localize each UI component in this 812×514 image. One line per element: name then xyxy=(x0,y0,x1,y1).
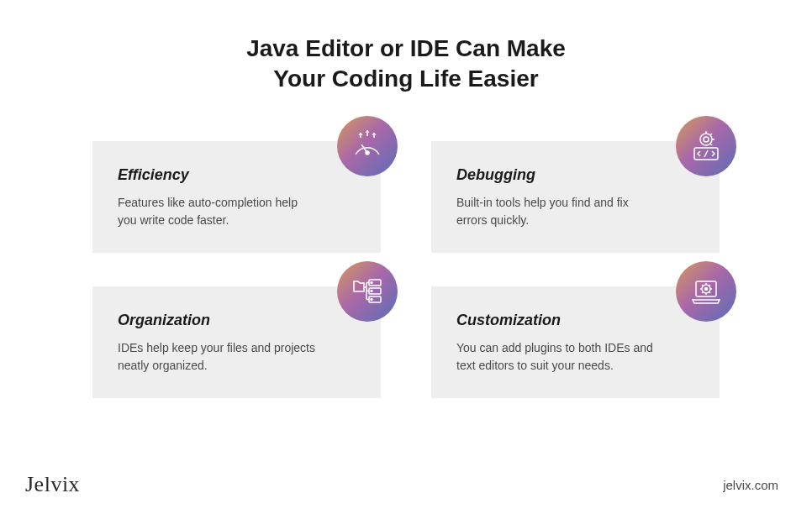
card-title: Customization xyxy=(456,312,694,329)
website-link: jelvix.com xyxy=(723,478,778,492)
card-description: Features like auto-completion help you w… xyxy=(118,194,319,229)
card-title: Organization xyxy=(118,312,356,329)
card-title: Efficiency xyxy=(118,166,356,184)
svg-line-34 xyxy=(702,291,704,293)
svg-point-6 xyxy=(704,137,709,142)
svg-point-1 xyxy=(366,151,369,155)
card-efficiency: Efficiency Features like auto-completion… xyxy=(92,141,381,253)
brand-logo: Jelvix xyxy=(25,472,80,497)
svg-point-16 xyxy=(371,281,372,283)
card-title: Debugging xyxy=(456,166,694,184)
gauge-icon xyxy=(337,116,398,176)
card-description: Built-in tools help you find and fix err… xyxy=(456,194,658,229)
svg-line-10 xyxy=(710,144,712,145)
svg-point-5 xyxy=(700,134,712,145)
card-description: IDEs help keep your files and projects n… xyxy=(118,339,319,375)
page-title: Java Editor or IDE Can Make Your Coding … xyxy=(42,34,770,95)
title-line-1: Java Editor or IDE Can Make xyxy=(246,35,566,61)
svg-line-33 xyxy=(709,285,711,286)
svg-point-26 xyxy=(705,287,708,290)
cards-grid: Efficiency Features like auto-completion… xyxy=(42,141,770,398)
svg-line-32 xyxy=(709,291,711,293)
laptop-gear-icon xyxy=(676,261,736,322)
card-customization: Customization You can add plugins to bot… xyxy=(431,286,720,398)
card-organization: Organization IDEs help keep your files a… xyxy=(92,286,381,398)
svg-line-31 xyxy=(702,285,704,286)
svg-point-17 xyxy=(371,290,372,291)
footer: Jelvix jelvix.com xyxy=(25,472,778,497)
svg-line-9 xyxy=(710,134,712,135)
title-line-2: Your Coding Life Easier xyxy=(273,66,538,92)
card-description: You can add plugins to both IDEs and tex… xyxy=(456,339,658,375)
card-debugging: Debugging Built-in tools help you find a… xyxy=(431,141,720,253)
svg-line-12 xyxy=(704,150,708,157)
folder-tree-icon xyxy=(337,261,398,322)
debug-icon xyxy=(676,116,736,176)
svg-point-18 xyxy=(371,298,372,300)
